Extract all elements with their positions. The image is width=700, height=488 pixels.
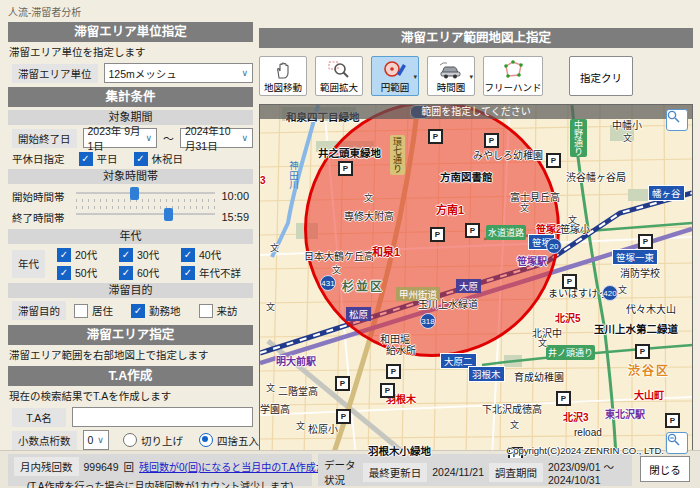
tool-label: 円範囲 bbox=[381, 81, 410, 94]
tool-フリーハンド[interactable]: フリーハンド bbox=[483, 56, 543, 96]
tool-label: 地図移動 bbox=[264, 81, 302, 94]
map-label: 玉川上水第二緑道 bbox=[594, 321, 678, 336]
checkbox-勤務地[interactable]: ✓勤務地 bbox=[131, 303, 181, 318]
checkbox-平日[interactable]: ✓平日 bbox=[79, 151, 118, 166]
start-time-label: 開始時間帯 bbox=[12, 189, 70, 204]
map-label: 明大前駅 bbox=[276, 353, 316, 368]
checkbox-40代[interactable]: ✓40代 bbox=[181, 247, 251, 262]
map-label: 玉川上水緑道 bbox=[418, 296, 478, 311]
checkbox-icon[interactable]: ✓ bbox=[119, 266, 133, 280]
dropdown-arrow-icon[interactable]: ▾ bbox=[469, 73, 473, 81]
school-icon: 文 bbox=[266, 300, 275, 313]
area-caption: 滞留エリア範囲を右部地図上で指定します bbox=[8, 345, 253, 363]
checkbox-icon[interactable] bbox=[74, 304, 88, 318]
checkbox-居住[interactable]: 居住 bbox=[74, 303, 113, 318]
checkbox-来訪[interactable]: 来訪 bbox=[199, 303, 238, 318]
zoom-rect-icon bbox=[328, 59, 350, 81]
map-label: 笹塚一東 bbox=[612, 249, 658, 265]
checkbox-icon[interactable]: ✓ bbox=[181, 248, 195, 262]
slider-ticks bbox=[76, 199, 216, 202]
map-label: 二階堂高 bbox=[278, 383, 318, 398]
tool-範囲拡大[interactable]: 範囲拡大 bbox=[315, 56, 363, 96]
end-time-value: 15:59 bbox=[221, 211, 249, 223]
weekday-spec-label: 平休日指定 bbox=[12, 151, 65, 166]
checkbox-icon[interactable]: ✓ bbox=[134, 152, 148, 166]
map-label: 笹塚2 bbox=[536, 221, 562, 236]
checkbox-icon[interactable]: ✓ bbox=[131, 304, 145, 318]
checkbox-20代[interactable]: ✓20代 bbox=[57, 247, 119, 262]
tool-label: 範囲拡大 bbox=[320, 81, 358, 94]
mesh-unit-value: 125mメッシュ bbox=[109, 66, 177, 81]
end-time-slider-thumb[interactable] bbox=[164, 208, 173, 221]
purpose-checkbox-group: 居住✓勤務地来訪 bbox=[74, 303, 238, 318]
tool-円範囲[interactable]: 円範囲▾ bbox=[371, 56, 419, 96]
clear-selection-button[interactable]: 指定クリア bbox=[569, 56, 633, 96]
checkbox-icon[interactable]: ✓ bbox=[79, 152, 93, 166]
checkbox-icon[interactable]: ✓ bbox=[57, 248, 71, 262]
map-label: 水道道路 bbox=[486, 225, 526, 240]
tool-地図移動[interactable]: 地図移動 bbox=[259, 56, 307, 96]
map-canvas[interactable]: 和泉四丁目緑地井之頭東緑地神田川3みやしろ幼稚園方南図書館方南1専修大附高日本大… bbox=[259, 104, 693, 459]
school-icon: 文 bbox=[618, 283, 627, 296]
checkbox-icon[interactable]: ✓ bbox=[119, 248, 133, 262]
map-label: 渋谷区 bbox=[628, 361, 670, 378]
checkbox-label: 30代 bbox=[137, 247, 159, 262]
remaining-count-box: 月内残回数 999649 回 残回数が0(回)になると当月中のT.A作成が行えな… bbox=[8, 454, 312, 486]
map-toolbar: 地図移動範囲拡大円範囲▾時間圏▾フリーハンド指定クリア bbox=[259, 56, 693, 98]
tool-時間圏[interactable]: 時間圏▾ bbox=[427, 56, 475, 96]
school-icon: 文 bbox=[364, 191, 373, 204]
checkbox-50代[interactable]: ✓50代 bbox=[57, 265, 119, 280]
survey-period-value: 2023/09/01 ～ 2024/10/31 bbox=[548, 459, 626, 486]
close-button[interactable]: 閉じる bbox=[640, 456, 690, 482]
radio-icon[interactable] bbox=[199, 433, 213, 447]
checkbox-label: 50代 bbox=[75, 265, 97, 280]
unit-label: 滞留エリア単位 bbox=[12, 64, 98, 83]
end-date-select[interactable]: 2024年10月31日 ∨ bbox=[180, 128, 253, 148]
checkbox-label: 勤務地 bbox=[149, 303, 181, 318]
checkbox-休祝日[interactable]: ✓休祝日 bbox=[134, 151, 184, 166]
mesh-unit-select[interactable]: 125mメッシュ ∨ bbox=[104, 63, 254, 83]
slider-ticks bbox=[76, 206, 216, 209]
checkbox-label: 年代不詳 bbox=[199, 265, 241, 280]
dropdown-arrow-icon[interactable]: ▾ bbox=[413, 73, 417, 81]
map-label: 下北沢成徳高 bbox=[482, 401, 542, 416]
ta-name-input[interactable] bbox=[72, 407, 253, 427]
decimal-digits-select[interactable]: 0 ∨ bbox=[83, 430, 109, 450]
map-copyright: Copyright(C)2024 ZENRIN CO., LTD. bbox=[506, 445, 664, 456]
parking-icon: P bbox=[635, 344, 650, 359]
checkbox-30代[interactable]: ✓30代 bbox=[119, 247, 181, 262]
decimal-digits-label: 小数点桁数 bbox=[12, 431, 77, 450]
parking-icon: P bbox=[556, 391, 571, 406]
round-up-radio[interactable]: 切り上げ bbox=[123, 433, 183, 448]
school-icon: 文 bbox=[332, 263, 341, 276]
map-label: 大山町 bbox=[634, 387, 664, 402]
app-title: 人流-滞留者分析 bbox=[8, 4, 81, 19]
checkbox-60代[interactable]: ✓60代 bbox=[119, 265, 181, 280]
school-icon: 文 bbox=[568, 213, 577, 226]
section-header-ta: T.A作成 bbox=[8, 366, 253, 386]
map-label: 北沢3 bbox=[563, 409, 589, 424]
checkbox-icon[interactable]: ✓ bbox=[181, 266, 195, 280]
start-time-slider-thumb[interactable] bbox=[130, 187, 139, 200]
section-header-unit: 滞留エリア単位指定 bbox=[8, 22, 253, 42]
map-zoom-in-button[interactable] bbox=[666, 109, 688, 131]
map-zoom-out-button[interactable] bbox=[666, 432, 688, 454]
map-label: 神田川 bbox=[286, 161, 300, 190]
round-half-radio[interactable]: 四捨五入 bbox=[199, 433, 259, 448]
map-label: 井ノ頭通り bbox=[546, 345, 595, 360]
polygon-icon bbox=[501, 59, 525, 81]
map-label: 笹塚駅 bbox=[517, 253, 547, 268]
map-label: 431 bbox=[320, 275, 336, 291]
end-time-slider[interactable] bbox=[76, 208, 216, 226]
subheader-time: 対象時間帯 bbox=[8, 169, 253, 184]
start-date-select[interactable]: 2023年 9月 1日 ∨ bbox=[83, 128, 158, 148]
survey-period-label: 調査期間 bbox=[489, 463, 543, 482]
map-label: 環七通り bbox=[390, 135, 405, 175]
checkbox-icon[interactable] bbox=[199, 304, 213, 318]
radio-icon[interactable] bbox=[123, 433, 137, 447]
map-panel: 滞留エリア範囲地図上指定 地図移動範囲拡大円範囲▾時間圏▾フリーハンド指定クリア bbox=[259, 28, 693, 459]
parking-icon: P bbox=[562, 274, 577, 289]
start-time-slider[interactable] bbox=[76, 187, 216, 205]
checkbox-icon[interactable]: ✓ bbox=[57, 266, 71, 280]
checkbox-年代不詳[interactable]: ✓年代不詳 bbox=[181, 265, 251, 280]
